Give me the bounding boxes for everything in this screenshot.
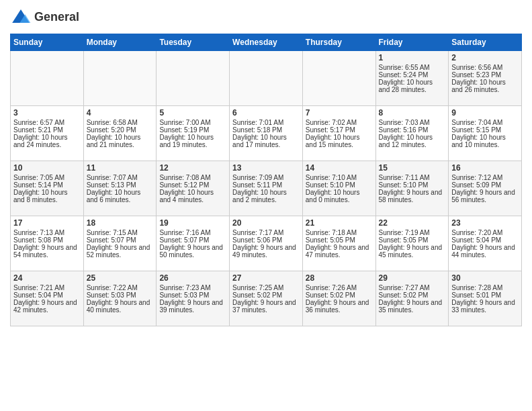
day-info-line: Daylight: 9 hours and 56 minutes. bbox=[451, 189, 519, 203]
day-info-line: Sunset: 5:21 PM bbox=[13, 126, 81, 134]
day-info-line: Daylight: 9 hours and 44 minutes. bbox=[451, 244, 519, 259]
day-number: 18 bbox=[87, 218, 154, 228]
day-info-line: Sunset: 5:07 PM bbox=[87, 236, 154, 244]
day-info-line: Sunset: 5:06 PM bbox=[232, 236, 300, 244]
calendar-cell-w3d3: 20Sunrise: 7:17 AMSunset: 5:06 PMDayligh… bbox=[230, 216, 303, 271]
day-info-line: Sunrise: 7:13 AM bbox=[13, 229, 81, 236]
calendar-cell-w2d1: 11Sunrise: 7:07 AMSunset: 5:13 PMDayligh… bbox=[83, 161, 157, 216]
day-info-line: Daylight: 10 hours and 0 minutes. bbox=[306, 189, 373, 203]
day-info-line: Daylight: 10 hours and 8 minutes. bbox=[13, 189, 81, 203]
day-number: 1 bbox=[379, 53, 446, 62]
day-info-line: Daylight: 9 hours and 50 minutes. bbox=[159, 244, 226, 259]
day-info-line: Sunrise: 7:01 AM bbox=[232, 119, 300, 126]
calendar-cell-w3d5: 22Sunrise: 7:19 AMSunset: 5:05 PMDayligh… bbox=[375, 216, 449, 271]
day-info-line: Sunrise: 7:04 AM bbox=[451, 119, 519, 126]
calendar-cell-w1d4: 7Sunrise: 7:02 AMSunset: 5:17 PMDaylight… bbox=[302, 106, 375, 161]
day-info-line: Sunset: 5:13 PM bbox=[87, 181, 154, 189]
day-info-line: Sunrise: 7:03 AM bbox=[379, 119, 446, 126]
day-info-line: Sunrise: 7:12 AM bbox=[451, 174, 519, 181]
day-number: 13 bbox=[232, 163, 300, 173]
day-info-line: Sunset: 5:17 PM bbox=[306, 126, 373, 134]
day-info-line: Sunrise: 6:58 AM bbox=[87, 119, 154, 126]
day-info-line: Daylight: 9 hours and 52 minutes. bbox=[87, 244, 154, 259]
day-number: 4 bbox=[87, 108, 154, 118]
day-number: 11 bbox=[87, 163, 154, 173]
day-info-line: Sunset: 5:07 PM bbox=[159, 236, 226, 244]
day-info-line: Sunrise: 7:23 AM bbox=[159, 284, 226, 291]
day-number: 10 bbox=[13, 163, 81, 173]
day-info-line: Daylight: 9 hours and 35 minutes. bbox=[379, 299, 446, 314]
day-info-line: Sunrise: 7:07 AM bbox=[87, 174, 154, 181]
calendar-cell-w0d2 bbox=[157, 51, 230, 106]
calendar-cell-w4d3: 27Sunrise: 7:25 AMSunset: 5:02 PMDayligh… bbox=[230, 271, 303, 326]
calendar-cell-w4d5: 29Sunrise: 7:27 AMSunset: 5:02 PMDayligh… bbox=[375, 271, 449, 326]
day-number: 22 bbox=[379, 218, 446, 228]
page-container: General SundayMondayTuesdayWednesdayThur… bbox=[0, 0, 532, 333]
day-number: 24 bbox=[13, 273, 81, 283]
day-info-line: Daylight: 9 hours and 36 minutes. bbox=[306, 299, 373, 314]
day-number: 16 bbox=[451, 163, 519, 173]
day-info-line: Sunrise: 7:25 AM bbox=[232, 284, 300, 291]
day-info-line: Daylight: 10 hours and 19 minutes. bbox=[159, 134, 226, 148]
day-info-line: Daylight: 9 hours and 47 minutes. bbox=[306, 244, 373, 259]
calendar-cell-w1d0: 3Sunrise: 6:57 AMSunset: 5:21 PMDaylight… bbox=[11, 106, 84, 161]
weekday-saturday: Saturday bbox=[449, 34, 522, 51]
day-number: 8 bbox=[379, 108, 446, 118]
day-info-line: Daylight: 9 hours and 45 minutes. bbox=[379, 244, 446, 259]
day-number: 30 bbox=[451, 273, 519, 283]
day-info-line: Daylight: 10 hours and 10 minutes. bbox=[451, 134, 519, 148]
day-info-line: Sunrise: 7:18 AM bbox=[306, 229, 373, 236]
day-info-line: Daylight: 10 hours and 26 minutes. bbox=[451, 79, 519, 93]
day-info-line: Sunset: 5:11 PM bbox=[232, 181, 300, 189]
calendar-cell-w2d6: 16Sunrise: 7:12 AMSunset: 5:09 PMDayligh… bbox=[449, 161, 522, 216]
day-info-line: Daylight: 9 hours and 40 minutes. bbox=[87, 299, 154, 314]
day-number: 17 bbox=[13, 218, 81, 228]
day-info-line: Sunset: 5:18 PM bbox=[232, 126, 300, 134]
calendar-cell-w0d1 bbox=[83, 51, 157, 106]
day-info-line: Sunrise: 7:27 AM bbox=[379, 284, 446, 291]
day-number: 2 bbox=[451, 53, 519, 62]
weekday-tuesday: Tuesday bbox=[157, 34, 230, 51]
day-info-line: Sunset: 5:02 PM bbox=[232, 291, 300, 299]
calendar-cell-w2d2: 12Sunrise: 7:08 AMSunset: 5:12 PMDayligh… bbox=[157, 161, 230, 216]
day-info-line: Sunrise: 7:00 AM bbox=[159, 119, 226, 126]
day-info-line: Daylight: 10 hours and 4 minutes. bbox=[159, 189, 226, 203]
logo: General bbox=[10, 7, 79, 28]
weekday-wednesday: Wednesday bbox=[230, 34, 303, 51]
day-info-line: Sunrise: 6:57 AM bbox=[13, 119, 81, 126]
logo-text: General bbox=[34, 10, 79, 25]
day-info-line: Daylight: 9 hours and 42 minutes. bbox=[13, 299, 81, 314]
day-number: 9 bbox=[451, 108, 519, 118]
day-info-line: Sunrise: 7:02 AM bbox=[306, 119, 373, 126]
day-info-line: Sunrise: 7:19 AM bbox=[379, 229, 446, 236]
day-info-line: Sunrise: 7:22 AM bbox=[87, 284, 154, 291]
calendar-cell-w1d1: 4Sunrise: 6:58 AMSunset: 5:20 PMDaylight… bbox=[83, 106, 157, 161]
day-info-line: Daylight: 10 hours and 12 minutes. bbox=[379, 134, 446, 148]
calendar-cell-w3d2: 19Sunrise: 7:16 AMSunset: 5:07 PMDayligh… bbox=[157, 216, 230, 271]
day-number: 26 bbox=[159, 273, 226, 283]
weekday-header-row: SundayMondayTuesdayWednesdayThursdayFrid… bbox=[11, 34, 522, 51]
calendar-cell-w0d0 bbox=[11, 51, 84, 106]
day-info-line: Sunset: 5:20 PM bbox=[87, 126, 154, 134]
day-info-line: Sunrise: 6:55 AM bbox=[379, 64, 446, 71]
day-info-line: Sunrise: 7:21 AM bbox=[13, 284, 81, 291]
day-number: 23 bbox=[451, 218, 519, 228]
day-info-line: Sunset: 5:03 PM bbox=[159, 291, 226, 299]
calendar-cell-w0d3 bbox=[230, 51, 303, 106]
weekday-monday: Monday bbox=[83, 34, 157, 51]
day-info-line: Sunset: 5:14 PM bbox=[13, 181, 81, 189]
calendar-cell-w1d5: 8Sunrise: 7:03 AMSunset: 5:16 PMDaylight… bbox=[375, 106, 449, 161]
calendar-cell-w4d1: 25Sunrise: 7:22 AMSunset: 5:03 PMDayligh… bbox=[83, 271, 157, 326]
day-number: 20 bbox=[232, 218, 300, 228]
calendar-cell-w3d1: 18Sunrise: 7:15 AMSunset: 5:07 PMDayligh… bbox=[83, 216, 157, 271]
day-info-line: Daylight: 10 hours and 6 minutes. bbox=[87, 189, 154, 203]
calendar-week-4: 24Sunrise: 7:21 AMSunset: 5:04 PMDayligh… bbox=[11, 271, 522, 326]
calendar-cell-w2d5: 15Sunrise: 7:11 AMSunset: 5:10 PMDayligh… bbox=[375, 161, 449, 216]
day-info-line: Sunrise: 7:15 AM bbox=[87, 229, 154, 236]
calendar-table: SundayMondayTuesdayWednesdayThursdayFrid… bbox=[10, 34, 522, 326]
weekday-sunday: Sunday bbox=[11, 34, 84, 51]
calendar-cell-w3d4: 21Sunrise: 7:18 AMSunset: 5:05 PMDayligh… bbox=[302, 216, 375, 271]
day-number: 14 bbox=[306, 163, 373, 173]
day-info-line: Sunset: 5:16 PM bbox=[379, 126, 446, 134]
day-info-line: Sunset: 5:04 PM bbox=[451, 236, 519, 244]
